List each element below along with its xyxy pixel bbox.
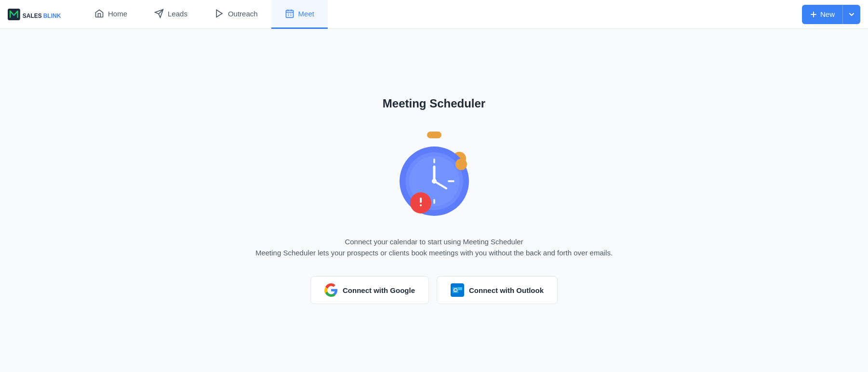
header-right: New: [802, 5, 860, 24]
nav-meet[interactable]: Meet: [271, 0, 328, 29]
desc-line1: Connect your calendar to start using Mee…: [255, 238, 613, 246]
svg-point-13: [432, 179, 437, 184]
svg-text:O: O: [454, 289, 456, 292]
main-content: Meeting Scheduler: [0, 29, 868, 372]
page-title: Meeting Scheduler: [383, 97, 485, 110]
svg-point-14: [455, 159, 467, 170]
chevron-down-icon: [849, 12, 855, 17]
main-nav: Home Leads Outreach Meet: [81, 0, 802, 29]
plus-icon: [810, 11, 817, 18]
nav-home[interactable]: Home: [81, 0, 141, 29]
new-button-main: New: [802, 5, 842, 24]
google-icon: [324, 283, 338, 297]
new-button[interactable]: New: [802, 5, 860, 24]
home-icon: [94, 9, 104, 18]
svg-marker-3: [216, 10, 222, 17]
meet-icon: [285, 9, 294, 18]
svg-rect-17: [420, 204, 422, 206]
svg-rect-4: [286, 10, 293, 17]
svg-rect-10: [433, 159, 435, 163]
svg-rect-11: [433, 199, 435, 204]
outreach-icon: [214, 9, 224, 18]
leads-icon: [154, 9, 164, 18]
new-button-chevron[interactable]: [843, 5, 860, 24]
svg-rect-5: [427, 132, 441, 138]
svg-rect-12: [448, 180, 454, 182]
desc-line2: Meeting Scheduler lets your prospects or…: [255, 249, 613, 257]
svg-text:SALES: SALES: [23, 12, 42, 19]
nav-outreach[interactable]: Outreach: [201, 0, 271, 29]
logo[interactable]: SALES BLINK: [8, 6, 66, 23]
connect-outlook-button[interactable]: O Connect with Outlook: [437, 276, 558, 304]
outlook-icon: O: [451, 283, 464, 297]
connect-buttons: Connect with Google O Connect with Outlo…: [310, 276, 558, 304]
description-block: Connect your calendar to start using Mee…: [255, 238, 613, 257]
nav-leads[interactable]: Leads: [141, 0, 201, 29]
header: SALES BLINK Home Leads Outreach: [0, 0, 868, 29]
svg-text:BLINK: BLINK: [43, 12, 61, 19]
svg-rect-16: [420, 198, 422, 203]
clock-illustration: [386, 126, 482, 222]
connect-google-button[interactable]: Connect with Google: [310, 276, 429, 304]
